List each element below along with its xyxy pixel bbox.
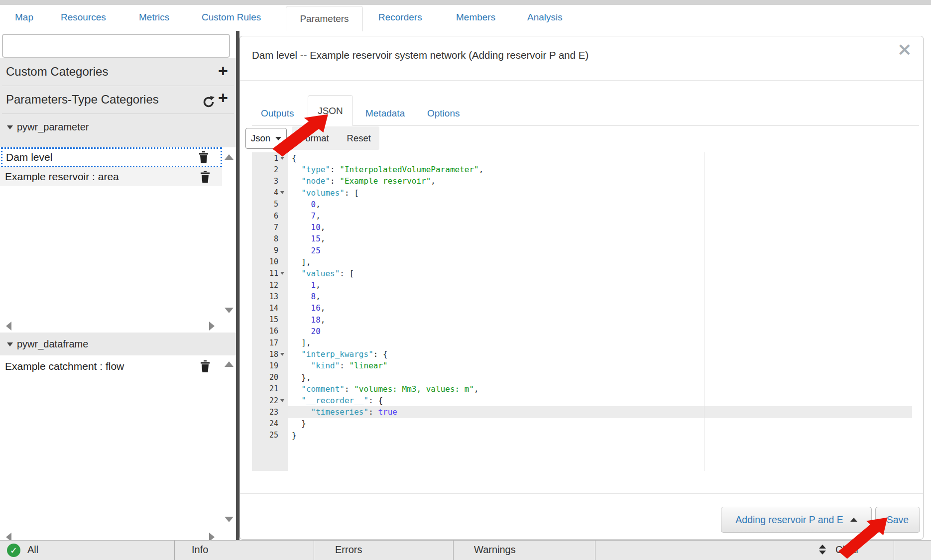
trash-icon[interactable] (199, 151, 209, 163)
code-line-16: 20 (288, 326, 483, 337)
trash-icon[interactable] (200, 360, 210, 372)
gutter-line-19: 19 (252, 360, 288, 371)
search-input[interactable] (2, 34, 230, 58)
nav-tab-recorders[interactable]: Recorders (378, 12, 422, 23)
collapse-icon (7, 342, 13, 346)
trash-icon[interactable] (200, 171, 210, 183)
divider (174, 541, 175, 560)
code-line-14: 16, (288, 302, 483, 314)
group-label: pywr_parameter (17, 121, 89, 133)
gutter-line-14: 14 (252, 302, 288, 314)
gutter-line-4: 4 (252, 187, 288, 199)
divider (453, 541, 454, 560)
line-number: 4 (274, 188, 278, 197)
gutter-line-2: 2 (252, 164, 288, 175)
line-number: 10 (269, 257, 278, 266)
group-pywr-dataframe[interactable]: pywr_dataframe (7, 338, 88, 350)
gutter-line-10: 10 (252, 256, 288, 268)
line-number: 20 (269, 373, 278, 382)
status-filter-info[interactable]: Info (192, 544, 208, 556)
nav-tab-map[interactable]: Map (15, 12, 33, 23)
line-number: 24 (269, 419, 278, 428)
line-number: 21 (269, 384, 278, 393)
code-line-15: 18, (288, 314, 483, 326)
parameter-list: Dam levelExample reservoir : area (0, 147, 222, 186)
divider (595, 541, 595, 560)
fold-toggle-icon[interactable] (280, 272, 284, 275)
code-line-12: 1, (288, 279, 483, 291)
collapse-icon (7, 125, 13, 129)
fold-toggle-icon[interactable] (280, 191, 284, 194)
code-line-24: } (288, 418, 483, 429)
gutter-line-13: 13 (252, 291, 288, 302)
status-filter-all[interactable]: All (27, 544, 38, 556)
scroll-up-icon[interactable] (225, 154, 233, 160)
code-line-3: "node": "Example reservoir", (288, 175, 483, 187)
code-line-19: "kind": "linear" (288, 360, 483, 371)
scroll-down-icon[interactable] (225, 308, 233, 313)
window-top-strip (0, 0, 931, 5)
nav-tab-analysis[interactable]: Analysis (527, 12, 563, 23)
divider (2, 86, 234, 86)
gutter-line-22: 22 (252, 395, 288, 406)
code-line-9: 25 (288, 245, 483, 256)
code-line-11: "values": [ (288, 268, 483, 279)
status-filter-warnings[interactable]: Warnings (474, 544, 516, 556)
custom-categories-heading: Custom Categories (6, 65, 108, 79)
divider (314, 541, 314, 560)
code-line-22: "__recorder__": { (288, 395, 483, 406)
scroll-down-icon[interactable] (225, 517, 233, 522)
status-ok-icon: ✓ (7, 544, 20, 557)
gutter-line-23: 23 (252, 406, 288, 418)
gutter-line-24: 24 (252, 418, 288, 429)
list-item-example-reservoir-area[interactable]: Example reservoir : area (0, 167, 222, 186)
line-number: 2 (274, 165, 278, 174)
nav-tab-members[interactable]: Members (456, 12, 495, 23)
sort-toggle-icon[interactable] (819, 545, 826, 555)
gutter-line-6: 6 (252, 210, 288, 222)
editor-code: { "type": "InterpolatedVolumeParameter",… (288, 152, 483, 441)
list-item-dam-level[interactable]: Dam level (1, 147, 222, 167)
item-label: Dam level (6, 151, 52, 163)
dialog-tab-metadata[interactable]: Metadata (365, 108, 405, 119)
close-icon[interactable]: × (897, 40, 912, 58)
main-nav-tabs: MapResourcesMetricsCustom RulesParameter… (0, 5, 931, 31)
refresh-icon[interactable] (202, 96, 215, 109)
gutter-line-8: 8 (252, 233, 288, 244)
fold-toggle-icon[interactable] (280, 399, 284, 402)
editor-gutter: 1234567891011121314151617181920212223242… (252, 152, 288, 471)
json-code-editor[interactable]: 1234567891011121314151617181920212223242… (252, 152, 912, 471)
scroll-right-icon[interactable] (209, 322, 215, 331)
scroll-left-icon[interactable] (6, 322, 11, 331)
line-number: 22 (269, 396, 278, 405)
add-type-category-button[interactable]: + (218, 91, 228, 105)
divider (240, 493, 923, 494)
status-filter-errors[interactable]: Errors (335, 544, 362, 556)
line-number: 19 (269, 361, 278, 370)
line-number: 8 (274, 234, 278, 243)
scroll-up-icon[interactable] (225, 361, 233, 367)
mode-select-value: Json (251, 133, 270, 144)
line-number: 18 (269, 350, 278, 359)
nav-tab-resources[interactable]: Resources (61, 12, 106, 23)
gutter-line-25: 25 (252, 430, 288, 441)
line-number: 23 (269, 408, 278, 417)
add-custom-category-button[interactable]: + (218, 64, 228, 78)
dialog-tab-options[interactable]: Options (427, 108, 460, 119)
nav-tab-metrics[interactable]: Metrics (139, 12, 169, 23)
list-item-example-catchment-flow[interactable]: Example catchment : flow (0, 355, 222, 377)
nav-tab-parameters[interactable]: Parameters (286, 6, 363, 31)
code-line-10: ], (288, 256, 483, 268)
gutter-line-20: 20 (252, 372, 288, 383)
sidebar-splitter[interactable] (236, 31, 239, 540)
group-pywr-parameter[interactable]: pywr_parameter (7, 121, 89, 133)
group-label: pywr_dataframe (17, 338, 88, 350)
nav-tab-custom-rules[interactable]: Custom Rules (202, 12, 261, 23)
code-line-8: 15, (288, 233, 483, 244)
line-number: 9 (274, 246, 278, 255)
gutter-line-7: 7 (252, 222, 288, 233)
reset-button[interactable]: Reset (347, 133, 371, 144)
dataframe-list: Example catchment : flow (0, 355, 222, 377)
fold-toggle-icon[interactable] (280, 353, 284, 356)
print-margin-line (704, 152, 704, 471)
